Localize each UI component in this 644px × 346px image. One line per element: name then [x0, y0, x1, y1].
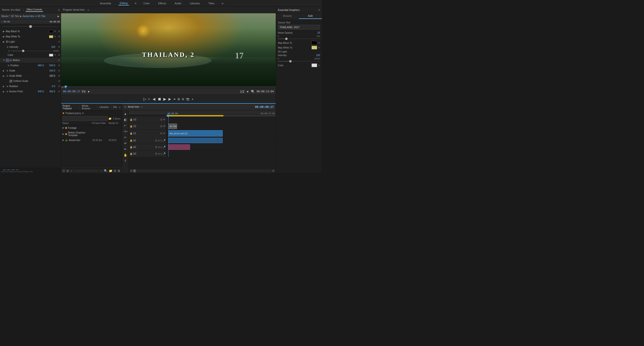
- left-tabs-more[interactable]: »: [58, 8, 60, 12]
- col-fps[interactable]: Frame Rate: [93, 122, 109, 124]
- a3-mic-btn[interactable]: 🎤: [162, 152, 166, 155]
- expand-scale[interactable]: ▶: [3, 70, 4, 72]
- aerial-name[interactable]: Aerial Intro: [69, 139, 91, 142]
- tab-libraries[interactable]: Libraries: [100, 106, 109, 108]
- position-anim[interactable]: ⊕: [8, 64, 10, 67]
- nav-titles[interactable]: Titles: [207, 2, 216, 5]
- scale-anim[interactable]: ⊕: [6, 69, 8, 72]
- rotation-anim[interactable]: ⊕: [6, 85, 8, 88]
- master-slider-thumb[interactable]: [29, 25, 32, 28]
- footage-name[interactable]: Footage: [68, 126, 91, 129]
- eg-menu-icon[interactable]: ≡: [318, 8, 320, 12]
- project-slider[interactable]: [74, 171, 98, 171]
- track-select-tool[interactable]: ◧: [123, 117, 128, 122]
- project-settings-icon[interactable]: ⚙: [82, 112, 84, 114]
- icon-view-btn[interactable]: ⊞: [66, 169, 69, 172]
- map-black-reset[interactable]: ↺: [58, 30, 60, 33]
- v2-eye-btn[interactable]: 👁: [163, 125, 166, 128]
- v3-lock-icon[interactable]: 🔒: [130, 118, 132, 121]
- search-btn[interactable]: 🔍: [104, 169, 108, 172]
- quality-arrow[interactable]: ▾: [246, 90, 249, 93]
- nav-effects[interactable]: Effects: [157, 2, 168, 5]
- map-white-eyedropper[interactable]: ✎: [54, 35, 56, 38]
- timeline-timecode[interactable]: 00:00:00:17: [255, 105, 274, 109]
- map-white-reset[interactable]: ↺: [58, 35, 60, 38]
- map-black-swatch[interactable]: [49, 30, 53, 33]
- expand-scale-width[interactable]: ▶: [3, 75, 4, 77]
- position-y[interactable]: 540.0: [46, 64, 55, 67]
- color-eyedropper[interactable]: ✎: [54, 54, 56, 56]
- master-breadcrumb[interactable]: Aerial Intro ✦ 3D Title: [23, 15, 46, 18]
- new-bin-btn[interactable]: 📁: [109, 169, 112, 172]
- dropdown-arrow[interactable]: ▾: [87, 90, 90, 93]
- anchor-y[interactable]: 360.0: [46, 90, 55, 93]
- nav-more[interactable]: »: [222, 2, 224, 5]
- r-map-black-eyedropper[interactable]: ✎: [318, 42, 320, 44]
- freeform-btn[interactable]: ○: [70, 169, 72, 172]
- new-item-btn[interactable]: ⊞: [114, 169, 116, 172]
- scale-reset[interactable]: ↺: [58, 69, 60, 72]
- a3-settings-btn[interactable]: ☰: [155, 152, 157, 155]
- loop-btn[interactable]: ↠: [173, 97, 176, 101]
- a3-mute-btn[interactable]: M: [158, 153, 160, 155]
- lift-btn[interactable]: ⊟: [182, 98, 184, 101]
- camera-btn[interactable]: 📷: [186, 98, 190, 101]
- timeline-settings-btn[interactable]: ⚙: [272, 170, 274, 172]
- nav-audio[interactable]: Audio: [173, 2, 183, 5]
- uniform-scale-checkbox[interactable]: ✓: [10, 80, 12, 82]
- motion-reset[interactable]: ↺: [58, 59, 60, 62]
- footage-expand[interactable]: ▶: [62, 126, 64, 129]
- v2-3dtitle-clip[interactable]: 3D Title: [168, 124, 177, 129]
- master-forward[interactable]: ▶: [58, 15, 60, 18]
- expand-anchor[interactable]: ▶: [3, 90, 4, 93]
- map-black-eyedropper[interactable]: ✎: [54, 30, 56, 33]
- tab-effect-controls[interactable]: Effect Controls: [26, 8, 43, 12]
- motion-expand[interactable]: ▶: [62, 133, 64, 135]
- timeline-scroll-bar[interactable]: [133, 171, 271, 171]
- tab-info[interactable]: Info: [113, 106, 117, 108]
- tab-source[interactable]: Source: (no clips): [1, 8, 21, 12]
- uniform-scale-reset[interactable]: ↺: [58, 80, 60, 82]
- v1-eye-btn[interactable]: 👁: [163, 132, 166, 135]
- r-intensity-thumb[interactable]: [289, 60, 292, 62]
- tab-edit[interactable]: Edit: [299, 13, 322, 19]
- scale-width-reset[interactable]: ↺: [58, 74, 60, 77]
- motion-name[interactable]: Motion Graphics Template: [68, 131, 91, 136]
- preview-current-time[interactable]: 00:00:00:17: [63, 90, 80, 93]
- list-view-btn[interactable]: ☰: [62, 169, 65, 172]
- scale-width-value[interactable]: 100.0: [46, 74, 55, 77]
- col-media[interactable]: Media St: [109, 122, 120, 124]
- intensity-slider[interactable]: [11, 51, 52, 51]
- preview-progress-bar[interactable]: [61, 86, 276, 88]
- stop-btn[interactable]: ⏹: [158, 97, 162, 101]
- expand-map-black[interactable]: ▶: [3, 30, 5, 33]
- a1-mute-btn[interactable]: M: [158, 140, 160, 142]
- tab-project[interactable]: Project: Thailand: [62, 104, 78, 110]
- r-map-white-swatch[interactable]: [312, 46, 317, 50]
- anchor-anim[interactable]: ⊕: [6, 90, 8, 93]
- expand-map-white[interactable]: ▶: [3, 35, 5, 38]
- a1-lock-icon[interactable]: 🔒: [130, 139, 132, 142]
- expand-rotation[interactable]: ▶: [3, 85, 4, 88]
- quality-dropdown-btn[interactable]: 1/2: [239, 90, 245, 93]
- a1-clip[interactable]: [168, 138, 223, 143]
- rotation-reset[interactable]: ↺: [58, 85, 60, 88]
- expand-motion[interactable]: ▼: [3, 59, 5, 62]
- noise-opacity-value[interactable]: 20: [318, 32, 320, 34]
- expand-3d-light[interactable]: ▶: [3, 40, 5, 43]
- color-swatch[interactable]: [49, 54, 53, 56]
- clear-btn[interactable]: 🗑: [118, 169, 120, 172]
- tab-media-browser[interactable]: Media Browser: [82, 104, 95, 110]
- v1-lock-icon[interactable]: 🔒: [130, 132, 132, 135]
- map-white-swatch[interactable]: [49, 35, 53, 38]
- rotation-value[interactable]: 0.0: [46, 85, 55, 88]
- rolling-edit-tool[interactable]: ⊣⊢: [122, 129, 129, 134]
- col-name[interactable]: Name: [62, 122, 91, 124]
- project-more[interactable]: »: [119, 106, 120, 109]
- intensity-slider-thumb[interactable]: [22, 50, 24, 52]
- playback-trim-btn[interactable]: ⊢: [148, 97, 151, 101]
- aerial-expand[interactable]: ▶: [62, 139, 64, 141]
- a2-lock-icon[interactable]: 🔒: [130, 146, 132, 148]
- v2-lock-icon[interactable]: 🔒: [130, 125, 132, 128]
- a2-mute-btn[interactable]: M: [158, 146, 160, 148]
